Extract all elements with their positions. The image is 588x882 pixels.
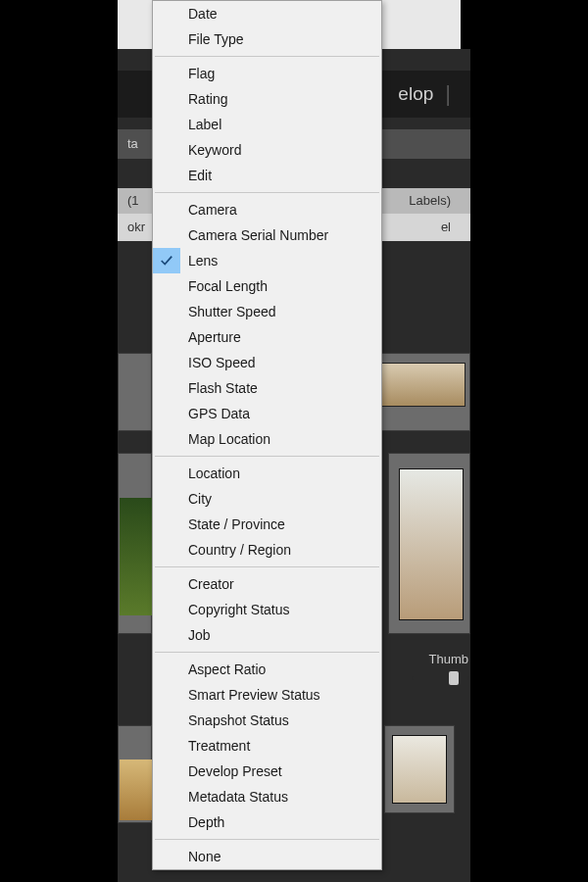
menu-item-treatment[interactable]: Treatment	[153, 733, 381, 759]
menu-item-label: Country / Region	[188, 542, 291, 558]
menu-item-metadata-status[interactable]: Metadata Status	[153, 784, 381, 809]
menu-item-location[interactable]: Location	[153, 461, 381, 486]
filter-value-right: el	[441, 214, 451, 241]
menu-item-label: Snapshot Status	[188, 712, 289, 728]
menu-separator	[155, 56, 379, 57]
menu-item-label: Camera	[188, 202, 237, 218]
menu-item-label: ISO Speed	[188, 355, 256, 370]
menu-item-label: Rating	[188, 91, 227, 107]
menu-item-aspect-ratio[interactable]: Aspect Ratio	[153, 657, 381, 682]
menu-item-lens[interactable]: Lens	[153, 248, 381, 273]
menu-separator	[155, 566, 379, 567]
menu-item-label: Flash State	[188, 380, 258, 396]
menu-item-map-location[interactable]: Map Location	[153, 426, 381, 452]
menu-item-label: Camera Serial Number	[188, 227, 328, 243]
menu-item-snapshot-status[interactable]: Snapshot Status	[153, 708, 381, 733]
menu-separator	[155, 192, 379, 193]
menu-item-smart-preview-status[interactable]: Smart Preview Status	[153, 682, 381, 708]
menu-item-label: File Type	[188, 31, 244, 47]
menu-item-label: Depth	[188, 814, 224, 830]
menu-item-aperture[interactable]: Aperture	[153, 324, 381, 350]
menu-item-develop-preset[interactable]: Develop Preset	[153, 759, 381, 784]
menu-item-label: Aspect Ratio	[188, 662, 266, 677]
menu-separator	[155, 456, 379, 457]
menu-item-focal-length[interactable]: Focal Length	[153, 273, 381, 299]
menu-item-copyright-status[interactable]: Copyright Status	[153, 597, 381, 622]
menu-item-label: Label	[188, 117, 221, 132]
menu-item-shutter-speed[interactable]: Shutter Speed	[153, 299, 381, 324]
menu-item-iso-speed[interactable]: ISO Speed	[153, 350, 381, 375]
menu-item-label: Job	[188, 627, 211, 643]
menu-item-label: Aperture	[188, 329, 241, 345]
nav-separator: |	[445, 81, 451, 107]
thumbnail-image[interactable]	[399, 468, 464, 620]
menu-item-job[interactable]: Job	[153, 622, 381, 648]
menu-item-edit[interactable]: Edit	[153, 163, 381, 188]
menu-item-keyword[interactable]: Keyword	[153, 137, 381, 163]
menu-item-date[interactable]: Date	[153, 1, 381, 26]
menu-separator	[155, 652, 379, 653]
menu-item-label: Creator	[188, 576, 234, 592]
menu-item-label: Develop Preset	[188, 763, 282, 779]
menu-item-camera-serial-number[interactable]: Camera Serial Number	[153, 222, 381, 248]
filter-value-left: okr	[127, 214, 145, 241]
menu-item-label[interactable]: Label	[153, 112, 381, 137]
menu-item-label: State / Province	[188, 516, 285, 532]
menu-item-label: Shutter Speed	[188, 304, 276, 319]
thumbnail-image[interactable]	[120, 498, 152, 615]
thumbnail-image[interactable]	[375, 363, 466, 407]
metadata-filter-dropdown: DateFile TypeFlagRatingLabelKeywordEditC…	[152, 0, 382, 870]
menu-item-none[interactable]: None	[153, 844, 381, 869]
menu-item-label: Focal Length	[188, 278, 268, 294]
menu-item-flash-state[interactable]: Flash State	[153, 375, 381, 401]
metadata-header-text: ta	[127, 136, 138, 151]
menu-item-depth[interactable]: Depth	[153, 809, 381, 835]
menu-item-rating[interactable]: Rating	[153, 86, 381, 112]
filter-count: (1	[127, 188, 139, 214]
menu-item-label: Smart Preview Status	[188, 687, 320, 703]
menu-item-city[interactable]: City	[153, 486, 381, 512]
menu-item-label: Lens	[188, 253, 218, 269]
menu-item-country-region[interactable]: Country / Region	[153, 537, 381, 563]
thumbnails-slider-label: Thumb	[429, 652, 468, 666]
menu-item-creator[interactable]: Creator	[153, 571, 381, 597]
menu-item-label: Edit	[188, 168, 212, 183]
menu-item-label: GPS Data	[188, 406, 250, 421]
menu-item-label: Keyword	[188, 142, 241, 158]
thumbnail-image[interactable]	[392, 735, 447, 804]
filter-labels: Labels)	[409, 188, 451, 214]
menu-item-label: Date	[188, 6, 218, 22]
menu-separator	[155, 839, 379, 840]
menu-item-gps-data[interactable]: GPS Data	[153, 401, 381, 426]
menu-item-label: Copyright Status	[188, 602, 290, 617]
menu-item-label: City	[188, 491, 212, 507]
thumbnail-size-slider[interactable]	[412, 676, 468, 680]
thumbnail-image[interactable]	[120, 760, 152, 820]
menu-item-label: Map Location	[188, 431, 270, 447]
menu-item-camera[interactable]: Camera	[153, 197, 381, 222]
grid-cell[interactable]	[118, 353, 152, 431]
menu-item-label: Location	[188, 466, 240, 481]
thumbnail-size-slider-handle[interactable]	[449, 671, 459, 685]
menu-item-flag[interactable]: Flag	[153, 61, 381, 86]
checkmark-icon	[153, 248, 180, 273]
menu-item-label: Treatment	[188, 738, 250, 754]
menu-item-label: None	[188, 849, 220, 864]
menu-item-label: Flag	[188, 66, 215, 81]
menu-item-label: Metadata Status	[188, 789, 288, 805]
menu-item-file-type[interactable]: File Type	[153, 26, 381, 52]
menu-item-state-province[interactable]: State / Province	[153, 512, 381, 537]
module-tab-develop[interactable]: elop	[398, 83, 433, 105]
